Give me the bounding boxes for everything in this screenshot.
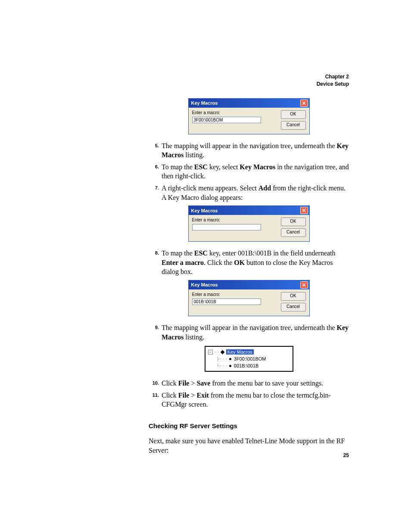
key-macros-dialog: Key Macros Enter a macro: OK Cancel xyxy=(188,280,310,316)
step-number: 11. xyxy=(149,391,162,409)
dialog-buttons: OK Cancel xyxy=(280,292,306,311)
dialog-body: Enter a macro: OK Cancel xyxy=(189,289,309,316)
macro-input[interactable] xyxy=(192,224,261,230)
step-list-b: 8. To map the ESC key, enter 001B:\001B … xyxy=(149,249,349,277)
section-heading: Checking RF Server Settings xyxy=(149,422,349,429)
tree-leaf-label: 001B:\001B xyxy=(234,363,259,368)
dialog-buttons: OK Cancel xyxy=(280,110,306,130)
close-icon[interactable] xyxy=(300,100,308,107)
tree-node-key-macros[interactable]: − ·· Key Macros xyxy=(208,348,290,355)
key-macros-dialog: Key Macros Enter a macro: OK Cancel xyxy=(188,98,310,134)
step-list-d: 10. Click File > Save from the menu bar … xyxy=(149,379,349,409)
enter-macro-label: Enter a macro: xyxy=(192,292,280,297)
list-item: 5. The mapping will appear in the naviga… xyxy=(149,141,349,160)
chapter-line-1: Chapter 2 xyxy=(149,73,349,81)
dialog-titlebar: Key Macros xyxy=(189,206,309,215)
list-item: 9. The mapping will appear in the naviga… xyxy=(149,323,349,342)
step-text: To map the ESC key, select Key Macros in… xyxy=(162,162,349,181)
dialog-title: Key Macros xyxy=(191,282,218,287)
key-macros-dialog: Key Macros Enter a macro: OK Cancel xyxy=(188,205,310,242)
tree-leaf[interactable]: ├··· 3F00:\001BOM xyxy=(208,355,290,362)
dialog-left: Enter a macro: xyxy=(192,292,280,311)
dialog-left: Enter a macro: xyxy=(192,218,280,237)
close-icon[interactable] xyxy=(300,281,308,289)
step-list-a: 5. The mapping will appear in the naviga… xyxy=(149,141,349,202)
step-number: 7. xyxy=(149,184,162,202)
figure-dialog-3: Key Macros Enter a macro: OK Cancel xyxy=(149,280,349,316)
bullet-icon xyxy=(229,358,231,360)
bullet-icon xyxy=(229,365,231,367)
step-text: Click File > Exit from the menu bar to c… xyxy=(162,391,349,409)
page-content: Chapter 2 Device Setup Key Macros Enter … xyxy=(149,73,349,455)
list-item: 10. Click File > Save from the menu bar … xyxy=(149,379,349,388)
figure-dialog-2: Key Macros Enter a macro: OK Cancel xyxy=(149,205,349,242)
figure-dialog-1: Key Macros Enter a macro: OK Cancel xyxy=(149,98,349,134)
dialog-left: Enter a macro: xyxy=(192,110,280,130)
diamond-icon xyxy=(220,350,224,354)
tree-leaf-label: 3F00:\001BOM xyxy=(234,356,266,361)
ok-button[interactable]: OK xyxy=(281,218,306,226)
tree-leaf[interactable]: └··· 001B:\001B xyxy=(208,362,290,369)
nav-tree: − ·· Key Macros ├··· 3F00:\001BOM └··· 0… xyxy=(205,346,293,372)
enter-macro-label: Enter a macro: xyxy=(192,110,280,115)
step-number: 5. xyxy=(149,141,162,160)
chapter-line-2: Device Setup xyxy=(149,81,349,88)
list-item: 11. Click File > Exit from the menu bar … xyxy=(149,391,349,409)
step-number: 6. xyxy=(149,162,162,181)
page-number: 25 xyxy=(343,452,349,458)
tree-collapse-icon[interactable]: − xyxy=(208,350,213,355)
list-item: 7. A right-click menu appears. Select Ad… xyxy=(149,184,349,202)
dialog-title: Key Macros xyxy=(191,100,218,106)
dialog-body: Enter a macro: OK Cancel xyxy=(189,108,309,134)
dialog-buttons: OK Cancel xyxy=(280,218,306,237)
cancel-button[interactable]: Cancel xyxy=(281,303,306,311)
dialog-titlebar: Key Macros xyxy=(189,280,309,289)
dialog-title: Key Macros xyxy=(191,208,218,213)
ok-button[interactable]: OK xyxy=(281,292,306,301)
step-text: The mapping will appear in the navigatio… xyxy=(162,323,349,342)
dialog-body: Enter a macro: OK Cancel xyxy=(189,215,309,241)
step-number: 9. xyxy=(149,323,162,342)
figure-nav-tree: − ·· Key Macros ├··· 3F00:\001BOM └··· 0… xyxy=(149,346,349,372)
step-text: A right-click menu appears. Select Add f… xyxy=(162,184,349,202)
cancel-button[interactable]: Cancel xyxy=(281,228,306,237)
cancel-button[interactable]: Cancel xyxy=(281,121,306,130)
ok-button[interactable]: OK xyxy=(281,110,306,119)
chapter-header: Chapter 2 Device Setup xyxy=(149,73,349,88)
list-item: 6. To map the ESC key, select Key Macros… xyxy=(149,162,349,181)
step-number: 10. xyxy=(149,379,162,388)
dialog-titlebar: Key Macros xyxy=(189,99,309,108)
body-paragraph: Next, make sure you have enabled Telnet-… xyxy=(149,436,349,455)
macro-input[interactable] xyxy=(192,117,261,123)
step-text: To map the ESC key, enter 001B:\001B in … xyxy=(162,249,349,277)
step-list-c: 9. The mapping will appear in the naviga… xyxy=(149,323,349,342)
step-text: The mapping will appear in the navigatio… xyxy=(162,141,349,160)
step-number: 8. xyxy=(149,249,162,277)
close-icon[interactable] xyxy=(300,207,308,214)
enter-macro-label: Enter a macro: xyxy=(192,218,280,222)
tree-node-label: Key Macros xyxy=(226,349,254,355)
macro-input[interactable] xyxy=(192,299,261,305)
list-item: 8. To map the ESC key, enter 001B:\001B … xyxy=(149,249,349,277)
step-text: Click File > Save from the menu bar to s… xyxy=(162,379,349,388)
